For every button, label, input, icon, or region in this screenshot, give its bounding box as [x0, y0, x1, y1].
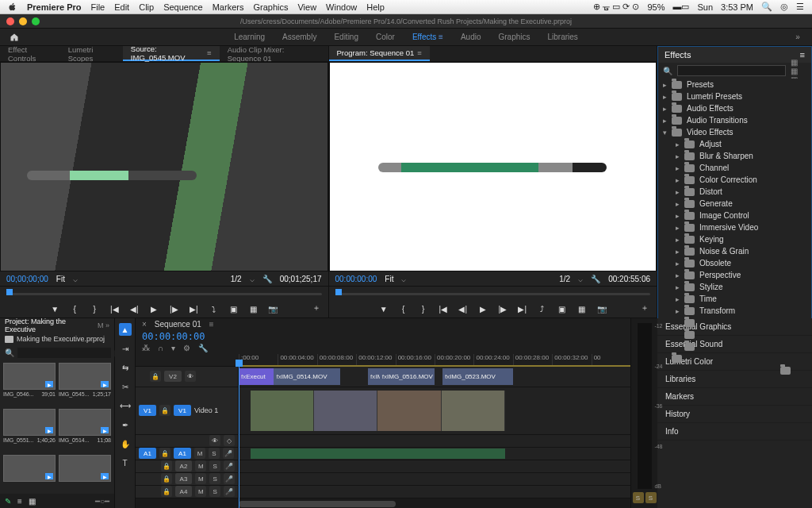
timeline-clip[interactable]: fx IMG_0514.MOV [274, 368, 340, 385]
workspace-audio[interactable]: Audio [461, 33, 481, 41]
pen-tool[interactable]: ✒ [119, 418, 132, 431]
lift-icon[interactable]: ⤴ [537, 304, 547, 314]
voice-icon[interactable]: 🎤 [224, 460, 235, 471]
camera-icon[interactable]: 📷 [268, 304, 278, 314]
solo-icon[interactable]: S [209, 460, 220, 471]
marker-icon[interactable]: ▾ [171, 344, 175, 352]
wrench-icon[interactable]: 🔧 [262, 275, 272, 283]
spotlight-icon[interactable]: 🔍 [761, 2, 772, 12]
menu-help[interactable]: Help [366, 2, 385, 12]
lock-icon[interactable]: 🔒 [161, 486, 172, 497]
notif-icon[interactable]: ☰ [796, 2, 804, 12]
fx-obsolete[interactable]: ▸Obsolete [658, 257, 811, 269]
track-label[interactable]: A3 [175, 473, 193, 484]
project-tab[interactable]: Project: Making the Executive [5, 318, 94, 333]
fx-generate[interactable]: ▸Generate [658, 198, 811, 210]
fx-image-control[interactable]: ▸Image Control [658, 210, 811, 221]
mute-icon[interactable]: M [195, 460, 206, 471]
fx-icon[interactable]: ◇ [224, 435, 235, 446]
play-icon[interactable]: ▶ [477, 304, 488, 314]
panel-essential-graphics[interactable]: Essential Graphics [657, 318, 812, 336]
fx-transform[interactable]: ▸Transform [658, 305, 811, 317]
fx-presets[interactable]: ▸Presets [658, 79, 811, 90]
workspace-overflow[interactable]: » [783, 33, 812, 41]
fx-channel[interactable]: ▸Channel [658, 162, 811, 174]
lock-icon[interactable]: 🔒 [159, 405, 170, 416]
panel-info[interactable]: Info [657, 423, 812, 441]
export-frame-icon[interactable]: ▦ [248, 304, 259, 314]
project-search-input[interactable] [17, 348, 111, 358]
solo-l[interactable]: S [633, 492, 644, 503]
project-clip[interactable]: ▶IMG_0545...1;25;17 [59, 363, 111, 404]
workspace-effects[interactable]: Effects ≡ [412, 33, 443, 41]
hand-tool[interactable]: ✋ [119, 437, 132, 450]
list-view-icon[interactable]: ≡ [17, 497, 22, 506]
project-clip[interactable]: ▶IMG_0551...1;40;26 [3, 409, 56, 450]
selection-tool[interactable]: ▲ [119, 323, 132, 336]
goto-in-icon[interactable]: |◀ [109, 304, 120, 314]
out-icon[interactable]: } [418, 304, 428, 314]
eye-icon[interactable]: 👁 [209, 435, 220, 446]
menu-edit[interactable]: Edit [114, 2, 129, 12]
menu-file[interactable]: File [90, 2, 105, 12]
program-playhead[interactable] [335, 289, 342, 295]
fx-noise-grain[interactable]: ▸Noise & Grain [658, 245, 811, 257]
goto-out-icon[interactable]: ▶| [517, 304, 527, 314]
type-tool[interactable]: T [119, 456, 132, 469]
solo-r[interactable]: S [645, 492, 657, 503]
settings-icon[interactable]: ⚙ [183, 344, 190, 352]
source-scrubber[interactable] [0, 286, 328, 300]
goto-in-icon[interactable]: |◀ [438, 304, 448, 314]
tab-effect-controls[interactable]: Effect Controls [0, 45, 60, 63]
source-v1[interactable]: V1 [139, 405, 156, 416]
step-fwd-icon[interactable]: |▶ [497, 304, 508, 314]
home-button[interactable] [0, 29, 29, 45]
button-editor-icon[interactable]: ＋ [312, 302, 324, 314]
workspace-libraries[interactable]: Libraries [548, 33, 578, 41]
solo-icon[interactable]: S [209, 486, 220, 497]
ripple-tool[interactable]: ⇆ [119, 361, 132, 374]
workspace-editing[interactable]: Editing [334, 33, 358, 41]
fx-adjust[interactable]: ▸Adjust [658, 138, 811, 150]
icon-view-icon[interactable]: ▦ [29, 497, 36, 506]
overwrite-icon[interactable]: ▣ [228, 304, 239, 314]
program-monitor[interactable] [329, 62, 657, 271]
export-frame-icon[interactable]: ▦ [576, 304, 587, 314]
toggle-output-icon[interactable]: 👁 [185, 371, 196, 382]
project-clip[interactable]: ▶IMG_0514...11;08 [59, 409, 111, 450]
mute-icon[interactable]: M [195, 486, 206, 497]
camera-icon[interactable]: 📷 [596, 304, 607, 314]
project-clip[interactable]: ▶ [59, 455, 111, 491]
slip-tool[interactable]: ⟷ [119, 399, 132, 412]
track-label[interactable]: A4 [175, 486, 193, 497]
lock-icon[interactable]: 🔒 [150, 371, 161, 382]
app-name[interactable]: Premiere Pro [27, 2, 81, 12]
lock-icon[interactable]: 🔒 [161, 473, 172, 484]
fx-immersive-video[interactable]: ▸Immersive Video [658, 221, 811, 233]
goto-out-icon[interactable]: ▶| [189, 304, 199, 314]
timeline-clip[interactable]: fx IMG_05 [368, 368, 380, 385]
voice-icon[interactable]: 🎤 [224, 486, 235, 497]
timeline-zoom-scrollbar[interactable] [239, 501, 396, 507]
program-fit[interactable]: Fit [385, 275, 393, 283]
track-label-v1[interactable]: V1 [174, 405, 191, 416]
menu-sequence[interactable]: Sequence [163, 2, 203, 12]
mute-icon[interactable]: M [195, 473, 206, 484]
wrench-icon[interactable]: 🔧 [591, 275, 600, 283]
source-a1[interactable]: A1 [139, 448, 156, 459]
source-zoom[interactable]: 1/2 [231, 275, 242, 283]
voice-icon[interactable]: 🎤 [224, 473, 235, 484]
play-icon[interactable]: ▶ [149, 304, 159, 314]
lock-icon[interactable]: 🔒 [159, 448, 170, 459]
workspace-graphics[interactable]: Graphics [498, 33, 530, 41]
in-icon[interactable]: { [70, 304, 80, 314]
fx-video-effects[interactable]: ▾Video Effects [658, 126, 811, 138]
program-zoom[interactable]: 1/2 [559, 275, 570, 283]
tab-audio-mixer[interactable]: Audio Clip Mixer: Sequence 01 [220, 45, 328, 63]
timeline-ruler[interactable]: :00:0000:00:04:0000:00:08:0000:00:12:000… [136, 354, 630, 367]
marker-icon[interactable]: ▼ [50, 304, 60, 314]
track-label[interactable]: A1 [174, 448, 191, 459]
panel-essential-sound[interactable]: Essential Sound [657, 336, 812, 353]
step-back-icon[interactable]: ◀| [129, 304, 140, 314]
workspace-learning[interactable]: Learning [234, 33, 265, 41]
